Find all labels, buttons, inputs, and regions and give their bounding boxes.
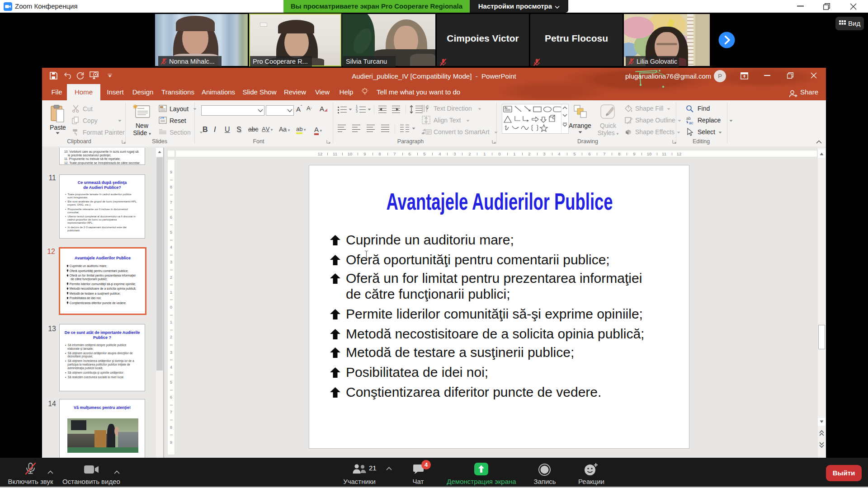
svg-text:ab: ab [686, 116, 691, 121]
svg-text:A: A [426, 104, 429, 108]
svg-text:A: A [505, 106, 507, 109]
svg-text:ac: ac [689, 121, 693, 125]
